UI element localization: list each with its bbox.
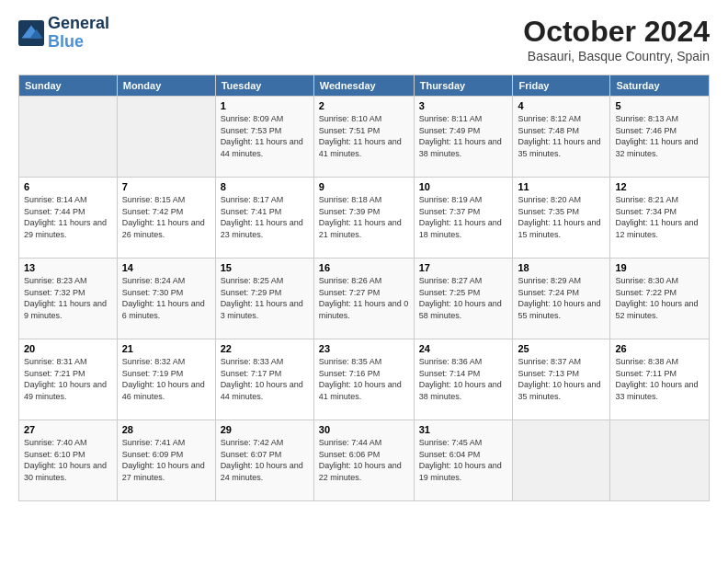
calendar-cell xyxy=(117,97,215,178)
calendar-cell: 3Sunrise: 8:11 AMSunset: 7:49 PMDaylight… xyxy=(414,97,513,178)
calendar-cell: 4Sunrise: 8:12 AMSunset: 7:48 PMDaylight… xyxy=(513,97,610,178)
calendar-week-2: 6Sunrise: 8:14 AMSunset: 7:44 PMDaylight… xyxy=(19,178,710,259)
day-info: Sunrise: 8:30 AMSunset: 7:22 PMDaylight:… xyxy=(615,275,704,321)
day-number: 25 xyxy=(518,343,605,354)
calendar-cell: 24Sunrise: 8:36 AMSunset: 7:14 PMDayligh… xyxy=(414,339,513,420)
calendar-cell: 28Sunrise: 7:41 AMSunset: 6:09 PMDayligh… xyxy=(117,420,215,501)
calendar-week-4: 20Sunrise: 8:31 AMSunset: 7:21 PMDayligh… xyxy=(19,339,710,420)
day-info: Sunrise: 8:24 AMSunset: 7:30 PMDaylight:… xyxy=(122,275,210,321)
day-number: 6 xyxy=(24,181,112,192)
calendar-cell: 20Sunrise: 8:31 AMSunset: 7:21 PMDayligh… xyxy=(19,339,118,420)
day-info: Sunrise: 8:15 AMSunset: 7:42 PMDaylight:… xyxy=(122,194,210,240)
day-info: Sunrise: 8:32 AMSunset: 7:19 PMDaylight:… xyxy=(122,356,210,402)
day-number: 28 xyxy=(122,424,210,435)
calendar-cell: 8Sunrise: 8:17 AMSunset: 7:41 PMDaylight… xyxy=(215,178,313,259)
calendar-cell xyxy=(513,420,610,501)
calendar-cell: 22Sunrise: 8:33 AMSunset: 7:17 PMDayligh… xyxy=(215,339,313,420)
logo-text: General Blue xyxy=(48,15,109,52)
day-info: Sunrise: 8:25 AMSunset: 7:29 PMDaylight:… xyxy=(221,275,309,321)
header: General Blue October 2024 Basauri, Basqu… xyxy=(18,15,710,63)
calendar-cell: 21Sunrise: 8:32 AMSunset: 7:19 PMDayligh… xyxy=(117,339,215,420)
day-number: 10 xyxy=(419,181,508,192)
day-info: Sunrise: 8:38 AMSunset: 7:11 PMDaylight:… xyxy=(615,356,704,402)
day-number: 5 xyxy=(615,100,704,111)
calendar-cell: 14Sunrise: 8:24 AMSunset: 7:30 PMDayligh… xyxy=(117,259,215,339)
day-header-thursday: Thursday xyxy=(414,75,513,97)
day-info: Sunrise: 8:23 AMSunset: 7:32 PMDaylight:… xyxy=(24,275,112,321)
day-number: 4 xyxy=(518,100,605,111)
calendar-header-row: SundayMondayTuesdayWednesdayThursdayFrid… xyxy=(19,75,710,97)
day-info: Sunrise: 8:33 AMSunset: 7:17 PMDaylight:… xyxy=(221,356,309,402)
calendar-cell: 13Sunrise: 8:23 AMSunset: 7:32 PMDayligh… xyxy=(19,259,118,339)
day-number: 24 xyxy=(419,343,508,354)
day-number: 11 xyxy=(518,181,605,192)
day-number: 21 xyxy=(122,343,210,354)
calendar-cell: 29Sunrise: 7:42 AMSunset: 6:07 PMDayligh… xyxy=(215,420,313,501)
day-info: Sunrise: 8:10 AMSunset: 7:51 PMDaylight:… xyxy=(319,113,409,159)
calendar-cell: 26Sunrise: 8:38 AMSunset: 7:11 PMDayligh… xyxy=(610,339,710,420)
day-info: Sunrise: 8:27 AMSunset: 7:25 PMDaylight:… xyxy=(419,275,508,321)
calendar-cell: 19Sunrise: 8:30 AMSunset: 7:22 PMDayligh… xyxy=(610,259,710,339)
calendar-cell: 18Sunrise: 8:29 AMSunset: 7:24 PMDayligh… xyxy=(513,259,610,339)
month-title: October 2024 xyxy=(523,15,710,49)
calendar-cell: 2Sunrise: 8:10 AMSunset: 7:51 PMDaylight… xyxy=(313,97,414,178)
day-info: Sunrise: 7:41 AMSunset: 6:09 PMDaylight:… xyxy=(122,437,210,483)
day-header-wednesday: Wednesday xyxy=(313,75,414,97)
calendar-cell: 11Sunrise: 8:20 AMSunset: 7:35 PMDayligh… xyxy=(513,178,610,259)
calendar-cell: 7Sunrise: 8:15 AMSunset: 7:42 PMDaylight… xyxy=(117,178,215,259)
location: Basauri, Basque Country, Spain xyxy=(523,49,710,63)
day-info: Sunrise: 8:36 AMSunset: 7:14 PMDaylight:… xyxy=(419,356,508,402)
calendar-cell: 9Sunrise: 8:18 AMSunset: 7:39 PMDaylight… xyxy=(313,178,414,259)
day-number: 30 xyxy=(319,424,409,435)
day-header-friday: Friday xyxy=(513,75,610,97)
logo-line2: Blue xyxy=(48,33,109,52)
calendar-cell: 16Sunrise: 8:26 AMSunset: 7:27 PMDayligh… xyxy=(313,259,414,339)
day-info: Sunrise: 8:18 AMSunset: 7:39 PMDaylight:… xyxy=(319,194,409,240)
day-number: 17 xyxy=(419,262,508,273)
day-info: Sunrise: 7:45 AMSunset: 6:04 PMDaylight:… xyxy=(419,437,508,483)
day-info: Sunrise: 8:37 AMSunset: 7:13 PMDaylight:… xyxy=(518,356,605,402)
title-area: October 2024 Basauri, Basque Country, Sp… xyxy=(523,15,710,63)
day-number: 16 xyxy=(319,262,409,273)
day-number: 14 xyxy=(122,262,210,273)
calendar-cell: 6Sunrise: 8:14 AMSunset: 7:44 PMDaylight… xyxy=(19,178,118,259)
day-info: Sunrise: 7:44 AMSunset: 6:06 PMDaylight:… xyxy=(319,437,409,483)
day-number: 15 xyxy=(221,262,309,273)
day-info: Sunrise: 8:14 AMSunset: 7:44 PMDaylight:… xyxy=(24,194,112,240)
day-number: 26 xyxy=(615,343,704,354)
calendar-week-3: 13Sunrise: 8:23 AMSunset: 7:32 PMDayligh… xyxy=(19,259,710,339)
calendar-cell xyxy=(19,97,118,178)
day-info: Sunrise: 7:42 AMSunset: 6:07 PMDaylight:… xyxy=(221,437,309,483)
calendar-cell: 1Sunrise: 8:09 AMSunset: 7:53 PMDaylight… xyxy=(215,97,313,178)
day-header-monday: Monday xyxy=(117,75,215,97)
day-number: 23 xyxy=(319,343,409,354)
calendar-cell: 17Sunrise: 8:27 AMSunset: 7:25 PMDayligh… xyxy=(414,259,513,339)
calendar-cell: 5Sunrise: 8:13 AMSunset: 7:46 PMDaylight… xyxy=(610,97,710,178)
logo-icon xyxy=(18,20,44,46)
day-info: Sunrise: 7:40 AMSunset: 6:10 PMDaylight:… xyxy=(24,437,112,483)
logo-line1: General xyxy=(48,15,109,33)
day-info: Sunrise: 8:12 AMSunset: 7:48 PMDaylight:… xyxy=(518,113,605,159)
day-header-tuesday: Tuesday xyxy=(215,75,313,97)
day-info: Sunrise: 8:19 AMSunset: 7:37 PMDaylight:… xyxy=(419,194,508,240)
day-number: 18 xyxy=(518,262,605,273)
calendar-cell: 25Sunrise: 8:37 AMSunset: 7:13 PMDayligh… xyxy=(513,339,610,420)
calendar-week-1: 1Sunrise: 8:09 AMSunset: 7:53 PMDaylight… xyxy=(19,97,710,178)
logo: General Blue xyxy=(18,15,109,52)
calendar-cell xyxy=(610,420,710,501)
calendar-cell: 27Sunrise: 7:40 AMSunset: 6:10 PMDayligh… xyxy=(19,420,118,501)
day-info: Sunrise: 8:21 AMSunset: 7:34 PMDaylight:… xyxy=(615,194,704,240)
day-number: 12 xyxy=(615,181,704,192)
day-header-saturday: Saturday xyxy=(610,75,710,97)
day-number: 22 xyxy=(221,343,309,354)
calendar-cell: 30Sunrise: 7:44 AMSunset: 6:06 PMDayligh… xyxy=(313,420,414,501)
day-info: Sunrise: 8:09 AMSunset: 7:53 PMDaylight:… xyxy=(221,113,309,159)
day-number: 1 xyxy=(221,100,309,111)
calendar-cell: 31Sunrise: 7:45 AMSunset: 6:04 PMDayligh… xyxy=(414,420,513,501)
day-info: Sunrise: 8:13 AMSunset: 7:46 PMDaylight:… xyxy=(615,113,704,159)
calendar-cell: 12Sunrise: 8:21 AMSunset: 7:34 PMDayligh… xyxy=(610,178,710,259)
day-number: 29 xyxy=(221,424,309,435)
day-number: 8 xyxy=(221,181,309,192)
day-number: 27 xyxy=(24,424,112,435)
day-info: Sunrise: 8:31 AMSunset: 7:21 PMDaylight:… xyxy=(24,356,112,402)
